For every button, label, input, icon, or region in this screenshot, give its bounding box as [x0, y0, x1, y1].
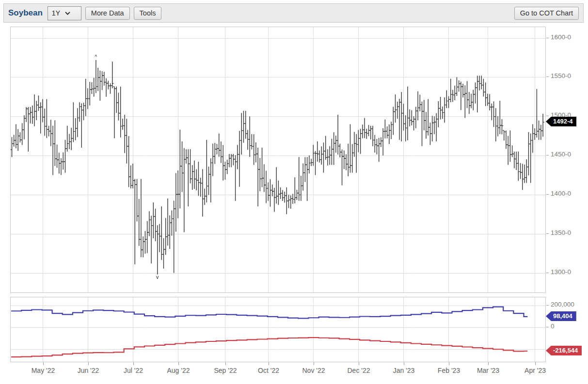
- x-axis-tick-mark: [269, 362, 269, 365]
- y-axis-tick-label: 1300-0: [551, 268, 571, 276]
- price-chart-canvas[interactable]: [11, 27, 545, 292]
- x-axis-tick-mark: [133, 362, 134, 365]
- y-axis-tick-label: 0: [551, 323, 555, 330]
- chevron-down-icon: [65, 12, 70, 15]
- last-price-badge: 1492-4: [546, 117, 576, 126]
- x-axis-month-label: Nov '22: [302, 367, 325, 374]
- cot-panel: [10, 297, 546, 362]
- x-axis-tick-mark: [43, 362, 44, 365]
- range-select-value: 1Y: [52, 9, 60, 17]
- x-axis-month-label: Jan '23: [393, 367, 415, 374]
- x-axis-tick-mark: [449, 362, 449, 365]
- bottom-time-axis: May '22Jun '22Jul '22Aug '22Sep '22Oct '…: [10, 362, 546, 381]
- toolbar: Soybean 1Y More Data Tools Go to COT Cha…: [3, 3, 584, 23]
- range-select[interactable]: 1Y: [48, 6, 81, 20]
- y-axis-tick-mark: [546, 194, 549, 195]
- y-axis-tick-label: 1400-0: [551, 190, 571, 197]
- y-axis-tick-mark: [546, 77, 549, 77]
- x-axis-month-label: Mar '23: [477, 367, 499, 374]
- x-axis-tick-mark: [359, 362, 359, 365]
- y-axis-tick-mark: [546, 305, 549, 306]
- y-axis-tick-label: 200,000: [551, 301, 574, 308]
- commercials-net-badge: -216,544: [546, 346, 582, 355]
- x-axis-month-label: Oct '22: [258, 367, 279, 374]
- y-axis-tick-label: 1550-0: [551, 72, 571, 79]
- y-axis-tick-mark: [546, 327, 549, 327]
- cot-price-chart-page: { "toolbar": { "symbol": "Soybean", "ran…: [0, 0, 588, 384]
- x-axis-tick-mark: [404, 362, 404, 365]
- price-panel: [10, 27, 546, 293]
- more-data-button[interactable]: More Data: [85, 7, 130, 20]
- x-axis-month-label: Aug '22: [167, 367, 190, 374]
- y-axis-tick-label: 1350-0: [551, 229, 571, 236]
- y-axis-tick-mark: [546, 116, 549, 116]
- y-axis-tick-mark: [546, 273, 549, 273]
- x-axis-month-label: Feb '23: [438, 367, 460, 374]
- x-axis-tick-mark: [88, 362, 89, 365]
- x-axis-month-label: Apr '23: [524, 367, 546, 374]
- x-axis-month-label: May '22: [32, 367, 55, 374]
- cot-chart-canvas[interactable]: [11, 297, 545, 362]
- x-axis-tick-mark: [488, 362, 489, 365]
- symbol-title: Soybean: [8, 8, 43, 18]
- tools-button[interactable]: Tools: [134, 7, 162, 20]
- right-price-axis: 1600-01550-01500-01450-01400-01350-01300…: [546, 0, 588, 384]
- x-axis-month-label: Jun '22: [78, 367, 99, 374]
- x-axis-month-label: Dec '22: [347, 367, 370, 374]
- speculators-net-badge: 98,404: [546, 311, 576, 321]
- x-axis-tick-mark: [535, 362, 536, 365]
- y-axis-tick-mark: [546, 38, 549, 38]
- y-axis-tick-mark: [546, 155, 549, 155]
- x-axis-tick-mark: [225, 362, 226, 365]
- x-axis-month-label: Sep '22: [214, 367, 237, 374]
- y-axis-tick-label: 1450-0: [551, 151, 571, 158]
- x-axis-tick-mark: [178, 362, 179, 365]
- y-axis-tick-label: 1600-0: [551, 33, 571, 41]
- x-axis-month-label: Jul '22: [124, 367, 143, 374]
- x-axis-tick-mark: [314, 362, 314, 365]
- y-axis-tick-mark: [546, 233, 549, 234]
